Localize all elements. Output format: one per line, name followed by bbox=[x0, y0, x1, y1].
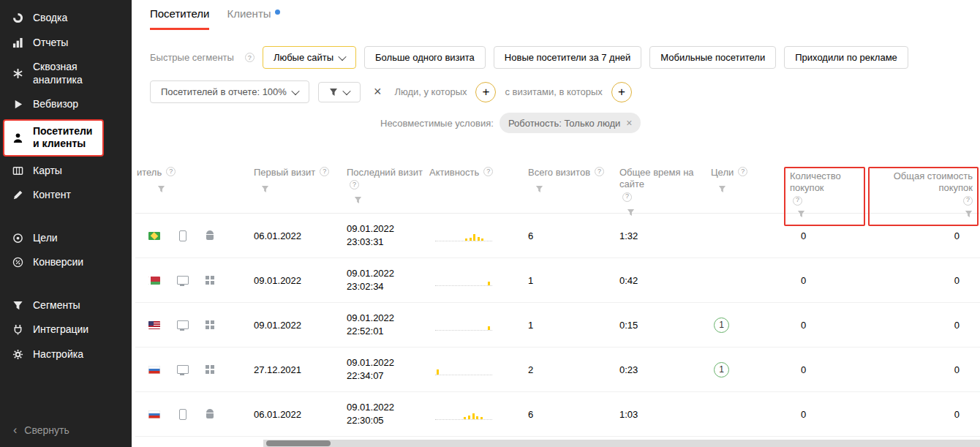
sidebar-item-webvisor[interactable]: Вебвизор bbox=[0, 92, 132, 117]
sidebar-item-maps[interactable]: Карты bbox=[0, 159, 132, 184]
column-title: Первый визит bbox=[254, 167, 315, 179]
sidebar-item-label: Настройка bbox=[33, 348, 83, 361]
sidebar-collapse-button[interactable]: ‹ Свернуть bbox=[0, 418, 83, 443]
goal-badge: 1 bbox=[714, 362, 729, 377]
gear-icon bbox=[12, 348, 24, 361]
sidebar-item-visitors-and-clients[interactable]: Посетители и клиенты bbox=[3, 119, 104, 157]
device-icon bbox=[176, 274, 188, 286]
filter-funnel-icon[interactable] bbox=[965, 209, 973, 221]
map-icon bbox=[12, 165, 24, 177]
filter-funnel-icon[interactable] bbox=[718, 184, 726, 196]
sidebar-item-goals[interactable]: Цели bbox=[0, 226, 132, 251]
sidebar-item-cross-analytics[interactable]: Сквозная аналитика bbox=[0, 55, 132, 92]
column-header-purchase-count[interactable]: Количество покупок? bbox=[783, 162, 867, 226]
add-people-condition-button[interactable]: + bbox=[475, 82, 496, 102]
column-header-activity[interactable]: Активность? bbox=[428, 162, 527, 226]
sidebar-item-reports[interactable]: Отчеты bbox=[0, 31, 132, 56]
goals-cell: 1 bbox=[709, 318, 783, 333]
activity-sparkline bbox=[435, 408, 492, 420]
quick-segments-row: Быстрые сегменты ? Любые сайты Больше од… bbox=[150, 46, 908, 69]
visits-cell: 6 bbox=[527, 230, 618, 241]
visitor-cell bbox=[135, 364, 252, 375]
filter-funnel-icon[interactable] bbox=[797, 209, 805, 221]
segment-mobile-visitors[interactable]: Мобильные посетители bbox=[649, 46, 776, 69]
help-icon[interactable]: ? bbox=[595, 167, 604, 176]
purchase-total-cell: 0 bbox=[867, 275, 980, 286]
column-title: Общее время на сайте bbox=[619, 167, 708, 191]
robotness-chip[interactable]: Роботность: Только люди × bbox=[500, 113, 641, 133]
column-title: итель bbox=[137, 167, 162, 179]
table-row[interactable]: 27.12.2021 09.01.2022 22:34:07 2 0:23 1 … bbox=[135, 348, 980, 392]
activity-cell bbox=[428, 364, 527, 375]
last-visit-cell: 09.01.2022 23:03:31 bbox=[345, 222, 428, 248]
help-icon[interactable]: ? bbox=[483, 167, 493, 176]
person-icon bbox=[12, 132, 24, 144]
visitors-in-report-dropdown[interactable]: Посетителей в отчете: 100% bbox=[150, 80, 309, 103]
filter-funnel-icon[interactable] bbox=[261, 184, 269, 196]
activity-cell bbox=[428, 408, 527, 420]
column-header-visitor[interactable]: итель? bbox=[135, 162, 252, 226]
table-row[interactable]: 09.01.2022 09.01.2022 22:52:01 1 0:15 1 … bbox=[135, 303, 980, 348]
filter-funnel-icon[interactable] bbox=[157, 184, 165, 196]
last-visit-cell: 09.01.2022 22:34:07 bbox=[345, 356, 428, 382]
time-on-site-cell: 0:15 bbox=[618, 320, 709, 331]
horizontal-scrollbar[interactable] bbox=[263, 440, 980, 447]
highlight-frame: Общая стоимость покупок? bbox=[868, 167, 979, 226]
column-header-goals[interactable]: Цели? bbox=[709, 162, 783, 226]
column-title: Последний визит bbox=[347, 167, 423, 179]
column-header-purchase-total[interactable]: Общая стоимость покупок? bbox=[867, 162, 980, 226]
table-row[interactable]: 09.01.2022 09.01.2022 23:02:34 1 0:42 0 … bbox=[135, 258, 980, 303]
clear-filter-button[interactable]: × bbox=[369, 83, 386, 101]
filter-funnel-icon[interactable] bbox=[354, 195, 362, 207]
chevron-down-icon bbox=[342, 86, 350, 94]
first-visit-cell: 09.01.2022 bbox=[252, 320, 345, 331]
sidebar-item-segments[interactable]: Сегменты bbox=[0, 293, 132, 318]
help-icon[interactable]: ? bbox=[793, 196, 802, 206]
chip-close-icon[interactable]: × bbox=[626, 117, 632, 129]
sidebar-item-settings[interactable]: Настройка bbox=[0, 342, 132, 367]
sidebar-item-content[interactable]: Контент bbox=[0, 183, 132, 208]
column-header-time-on-site[interactable]: Общее время на сайте? bbox=[618, 162, 709, 226]
yandex-metrica-app: Сводка Отчеты Сквозная аналитика Вебвизо… bbox=[0, 0, 980, 447]
tab-visitors[interactable]: Посетители bbox=[150, 0, 209, 30]
column-header-last-visit[interactable]: Последний визит? bbox=[345, 162, 428, 226]
tab-clients[interactable]: Клиенты bbox=[227, 0, 279, 30]
help-icon[interactable]: ? bbox=[963, 196, 973, 206]
sidebar-item-summary[interactable]: Сводка bbox=[0, 6, 132, 31]
activity-sparkline bbox=[435, 319, 492, 331]
sidebar-item-conversions[interactable]: Конверсии bbox=[0, 250, 132, 275]
notification-dot bbox=[275, 10, 280, 15]
segment-new-visitors-7days[interactable]: Новые посетители за 7 дней bbox=[494, 46, 641, 69]
target-icon bbox=[12, 232, 24, 244]
sidebar-item-label: Отчеты bbox=[33, 37, 68, 50]
os-icon bbox=[204, 364, 216, 375]
help-icon[interactable]: ? bbox=[245, 53, 255, 62]
add-visit-condition-button[interactable]: + bbox=[611, 82, 632, 102]
scrollbar-thumb[interactable] bbox=[266, 440, 331, 446]
filter-funnel-dropdown[interactable] bbox=[318, 82, 361, 102]
filter-funnel-icon[interactable] bbox=[627, 208, 635, 219]
dropdown-value: Любые сайты bbox=[274, 52, 333, 63]
filter-funnel-icon[interactable] bbox=[535, 184, 543, 196]
visitors-table: итель? Первый визит? Последний визит? Ак… bbox=[135, 162, 980, 437]
activity-cell bbox=[428, 230, 527, 241]
segment-came-from-ads[interactable]: Приходили по рекламе bbox=[784, 46, 908, 69]
help-icon[interactable]: ? bbox=[166, 167, 176, 176]
segment-more-than-one-visit[interactable]: Больше одного визита bbox=[364, 46, 486, 69]
purchase-count-cell: 0 bbox=[783, 320, 867, 331]
os-icon bbox=[204, 230, 216, 241]
activity-sparkline bbox=[435, 230, 492, 241]
chevron-down-icon bbox=[338, 52, 346, 60]
column-header-first-visit[interactable]: Первый визит? bbox=[252, 162, 345, 226]
help-icon[interactable]: ? bbox=[738, 167, 747, 176]
visits-cell: 2 bbox=[527, 364, 618, 375]
table-row[interactable]: 06.01.2022 09.01.2022 22:30:05 6 1:03 0 … bbox=[135, 392, 980, 437]
help-icon[interactable]: ? bbox=[320, 167, 329, 176]
tab-label: Посетители bbox=[150, 7, 209, 20]
help-icon[interactable]: ? bbox=[622, 192, 632, 202]
column-header-total-visits[interactable]: Всего визитов? bbox=[527, 162, 618, 226]
help-icon[interactable]: ? bbox=[350, 180, 359, 189]
any-sites-dropdown[interactable]: Любые сайты bbox=[263, 46, 356, 69]
sidebar-item-integrations[interactable]: Интеграции bbox=[0, 318, 132, 342]
last-visit-date: 09.01.2022 bbox=[347, 267, 428, 280]
